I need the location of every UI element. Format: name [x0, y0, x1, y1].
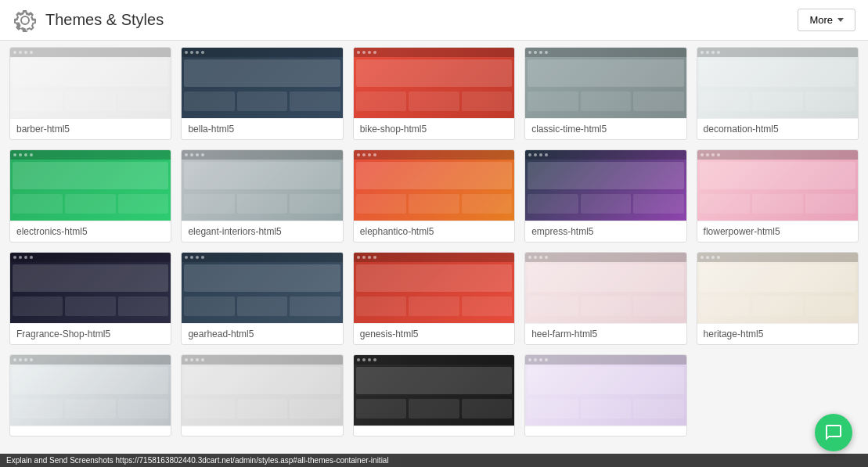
mini-site-preview [697, 150, 858, 221]
nav-dot [528, 153, 531, 156]
theme-thumbnail [697, 253, 858, 323]
theme-card[interactable]: heritage-html5 [697, 252, 859, 345]
nav-dot [19, 153, 22, 156]
chat-icon [824, 423, 843, 442]
nav-dot [190, 256, 193, 259]
mini-block [290, 399, 340, 419]
mini-nav [10, 150, 171, 160]
theme-label: electronics-html5 [10, 221, 171, 242]
nav-dot [30, 153, 33, 156]
mini-nav [525, 355, 686, 365]
mini-site-preview [10, 253, 171, 323]
nav-dot [545, 51, 548, 54]
theme-thumbnail [697, 150, 858, 221]
theme-card[interactable]: bella-html5 [181, 47, 343, 140]
theme-card[interactable] [9, 354, 171, 436]
mini-block [700, 296, 750, 316]
mini-block [409, 399, 459, 419]
mini-hero [528, 264, 683, 292]
theme-card[interactable]: elephantico-html5 [353, 149, 515, 242]
theme-label: heel-farm-html5 [525, 323, 686, 344]
nav-dot [357, 256, 360, 259]
nav-dot [539, 256, 542, 259]
mini-block [356, 92, 406, 111]
mini-block [290, 194, 340, 214]
more-button[interactable]: More [798, 9, 855, 31]
nav-dot [357, 153, 360, 156]
theme-label: decornation-html5 [697, 118, 858, 139]
theme-card[interactable]: heel-farm-html5 [524, 252, 686, 345]
theme-card[interactable] [181, 354, 343, 436]
nav-dot [534, 153, 537, 156]
theme-card[interactable]: classic-time-html5 [524, 47, 686, 140]
mini-nav [10, 253, 171, 262]
nav-dot [711, 153, 715, 156]
mini-nav [697, 150, 858, 160]
nav-dot [201, 358, 204, 361]
theme-thumbnail [10, 48, 171, 118]
mini-content [525, 192, 686, 216]
status-bar: Explain and Send Screenshots https://715… [0, 454, 868, 467]
mini-block [633, 92, 683, 111]
nav-dot [373, 358, 376, 361]
theme-thumbnail [525, 150, 686, 221]
nav-dot [201, 51, 204, 54]
mini-block [118, 399, 168, 419]
theme-card[interactable]: gearhead-html5 [181, 252, 343, 345]
theme-label: Fragrance-Shop-html5 [10, 323, 171, 344]
nav-dot [19, 256, 22, 259]
theme-card[interactable]: elegant-interiors-html5 [181, 149, 343, 242]
mini-nav [525, 150, 686, 160]
nav-dot [196, 51, 199, 54]
chat-bubble-button[interactable] [815, 414, 852, 451]
nav-dot [717, 51, 720, 54]
mini-content [182, 89, 342, 113]
theme-thumbnail [354, 253, 514, 323]
mini-nav [525, 253, 686, 262]
mini-site-preview [182, 150, 342, 221]
theme-card[interactable] [353, 354, 515, 436]
mini-block [65, 92, 115, 111]
nav-dot [201, 153, 204, 156]
mini-site-preview [10, 150, 171, 221]
nav-dot [534, 51, 537, 54]
mini-site-preview [354, 355, 514, 426]
theme-label: classic-time-html5 [525, 118, 686, 139]
theme-card[interactable]: barber-html5 [9, 47, 171, 140]
mini-hero [356, 162, 512, 189]
theme-card[interactable]: decornation-html5 [697, 47, 859, 140]
mini-block [805, 194, 855, 214]
mini-block [118, 92, 168, 111]
theme-card[interactable]: electronics-html5 [9, 149, 171, 242]
mini-block [184, 194, 234, 214]
nav-dot [13, 153, 16, 156]
nav-dot [185, 153, 188, 156]
mini-block [700, 92, 750, 111]
theme-label: elegant-interiors-html5 [182, 221, 342, 242]
theme-label [10, 426, 171, 436]
mini-hero [184, 264, 340, 292]
mini-block [290, 296, 340, 316]
mini-site-preview [525, 355, 686, 426]
theme-card[interactable] [524, 354, 686, 436]
nav-dot [711, 256, 715, 259]
mini-nav [697, 48, 858, 57]
mini-hero [700, 264, 855, 292]
theme-card[interactable]: Fragrance-Shop-html5 [9, 252, 171, 345]
theme-card[interactable]: genesis-html5 [353, 252, 515, 345]
mini-block [13, 399, 63, 419]
mini-block [13, 296, 63, 316]
nav-dot [357, 358, 360, 361]
theme-label: barber-html5 [10, 118, 171, 139]
mini-block [65, 399, 115, 419]
theme-card[interactable]: empress-html5 [524, 149, 686, 242]
mini-block [13, 92, 63, 111]
nav-dot [185, 51, 188, 54]
theme-card[interactable]: flowerpower-html5 [697, 149, 859, 242]
mini-content [354, 192, 514, 216]
mini-hero [700, 59, 855, 87]
mini-content [525, 89, 686, 113]
nav-dot [362, 153, 366, 156]
theme-card[interactable]: bike-shop-html5 [353, 47, 515, 140]
mini-nav [182, 48, 342, 57]
